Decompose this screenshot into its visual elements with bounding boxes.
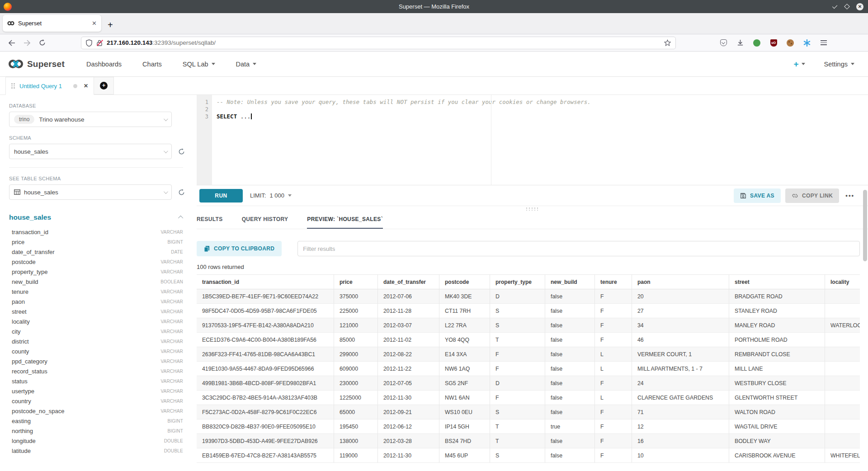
cell-date-of-transfer: 2012-06-12	[378, 419, 439, 434]
insecure-lock-icon[interactable]	[97, 40, 102, 46]
downloads-icon[interactable]	[736, 39, 744, 47]
cell-paon: 16	[632, 434, 729, 448]
cell-tenure: L	[595, 362, 632, 376]
nav-sql-lab[interactable]: SQL Lab	[183, 61, 215, 68]
cell-paon: 27	[632, 304, 729, 318]
table-row[interactable]: 91370533-19F5-47FE-B142-A380A8ADA210 121…	[197, 318, 860, 333]
ublock-icon[interactable]: uO	[769, 39, 778, 47]
sql-editor[interactable]: 123 -- Note: Unless you save your query,…	[197, 95, 868, 185]
header-cell[interactable]: transaction_id	[197, 275, 334, 289]
tab-results[interactable]: RESULTS	[197, 214, 223, 229]
new-item-button[interactable]: +	[793, 59, 805, 69]
table-row[interactable]: EB1459EB-67ED-47C8-B2E7-A38143AB5575 119…	[197, 448, 860, 463]
header-cell[interactable]: new_build	[545, 275, 595, 289]
header-cell[interactable]: locality	[825, 275, 860, 289]
table-row[interactable]: BB8320C9-D82B-4B37-90E0-9FEE05095E10 195…	[197, 419, 860, 434]
header-cell[interactable]: tenure	[595, 275, 632, 289]
header-cell[interactable]: postcode	[439, 275, 490, 289]
column-name: postcode_no_space	[12, 408, 64, 414]
tracking-shield-icon[interactable]	[86, 39, 92, 47]
window-minimize-icon[interactable]	[832, 3, 837, 8]
superset-navbar: Superset Dashboards Charts SQL Lab Data …	[0, 52, 868, 77]
table-row[interactable]: 3C3C29DC-B7B2-4BE5-914A-A38123AF403B 122…	[197, 391, 860, 405]
browser-tab-superset[interactable]: Superset ✕	[3, 15, 101, 32]
editor-code-area[interactable]: -- Note: Unless you save your query, the…	[212, 95, 868, 185]
consent-extension-icon[interactable]	[803, 39, 811, 47]
header-cell[interactable]: price	[334, 275, 378, 289]
column-type: VARCHAR	[160, 299, 183, 304]
tab-query-history[interactable]: QUERY HISTORY	[242, 214, 288, 229]
screen: Superset — Mozilla Firefox ✕ Superset ✕ …	[0, 0, 868, 471]
new-tab-button[interactable]: +	[108, 20, 113, 29]
schema-select[interactable]: house_sales	[9, 144, 172, 159]
run-button[interactable]: RUN	[199, 189, 243, 203]
nav-dashboards[interactable]: Dashboards	[86, 61, 122, 68]
cell-tenure: F	[595, 434, 632, 448]
collapse-chevron-up-icon[interactable]	[178, 216, 183, 221]
header-cell[interactable]: property_type	[490, 275, 545, 289]
nav-charts[interactable]: Charts	[142, 61, 162, 68]
superset-brand[interactable]: Superset	[8, 59, 65, 69]
copy-link-button[interactable]: COPY LINK	[785, 188, 839, 203]
more-options-button[interactable]: •••	[845, 192, 854, 199]
table-row[interactable]: 499B1981-3B6B-4BCD-808F-9FED9802BFA1 230…	[197, 376, 860, 391]
table-row[interactable]: F5C273AC-0D2A-458F-8279-9C61F0C22EC6 650…	[197, 405, 860, 419]
table-row[interactable]: 419E1030-9A55-4467-8DA9-9FED95D65966 609…	[197, 362, 860, 376]
cell-property-type: S	[490, 304, 545, 318]
refresh-schema-icon[interactable]	[178, 148, 185, 155]
schema-value: house_sales	[14, 148, 48, 155]
cell-tenure: F	[595, 376, 632, 391]
table-row[interactable]: 98F5DC47-0D05-4D59-95B7-98CA6F1FDE05 225…	[197, 304, 860, 318]
forward-icon[interactable]	[24, 40, 31, 46]
page-scrollbar[interactable]	[863, 190, 867, 261]
window-maximize-icon[interactable]	[844, 4, 850, 9]
url-input[interactable]: 217.160.120.143:32393/superset/sqllab/	[81, 37, 676, 49]
cell-locality	[825, 289, 860, 304]
table-row[interactable]: ECE1D376-C9A6-4C00-B004-A380B189FA56 850…	[197, 333, 860, 347]
settings-menu[interactable]: Settings	[824, 61, 854, 68]
cell-paon: 24	[632, 376, 729, 391]
pane-resize-grip[interactable]	[526, 207, 539, 211]
back-icon[interactable]	[8, 40, 15, 46]
table-row[interactable]: 1B5C39ED-BE7F-41EF-9E71-9C60EED74A22 375…	[197, 289, 860, 304]
table-select[interactable]: house_sales	[9, 184, 172, 200]
save-as-button[interactable]: SAVE AS	[734, 188, 781, 203]
header-cell[interactable]: date_of_transfer	[378, 275, 439, 289]
reload-icon[interactable]	[39, 39, 46, 46]
cookie-extension-icon[interactable]	[786, 39, 794, 47]
filter-results-input[interactable]	[297, 241, 860, 256]
table-title[interactable]: house_sales	[9, 213, 51, 221]
refresh-table-icon[interactable]	[178, 189, 185, 196]
table-row[interactable]: 2636F323-FF41-4765-81DB-98CAA6A43BC1 299…	[197, 347, 860, 362]
menu-hamburger-icon[interactable]	[820, 39, 828, 47]
database-select[interactable]: trino Trino warehouse	[9, 112, 172, 127]
pocket-icon[interactable]	[719, 39, 727, 47]
cell-transaction-id: 499B1981-3B6B-4BCD-808F-9FED9802BFA1	[197, 376, 334, 391]
column-type: BOOLEAN	[160, 279, 183, 284]
add-query-tab-button[interactable]: +	[94, 77, 114, 94]
limit-dropdown[interactable]: LIMIT: 1 000	[250, 192, 292, 199]
cell-paon: 10	[632, 448, 729, 463]
nav-data[interactable]: Data	[236, 61, 257, 68]
header-cell[interactable]: street	[729, 275, 825, 289]
query-tab-active[interactable]: Untitled Query 1 ✕	[5, 77, 94, 95]
header-cell[interactable]: paon	[632, 275, 729, 289]
cell-street: MANLEY ROAD	[729, 318, 825, 333]
drag-handle-icon[interactable]	[11, 83, 15, 89]
cell-new-build: true	[545, 419, 595, 434]
window-close-icon[interactable]: ✕	[856, 3, 863, 10]
bookmark-star-icon[interactable]	[664, 39, 671, 46]
limit-label: LIMIT:	[250, 192, 266, 199]
table-row[interactable]: 193907D3-5DBD-453D-A49E-9FEE27DAB926 138…	[197, 434, 860, 448]
database-value: Trino warehouse	[39, 116, 84, 123]
browser-tab-close-icon[interactable]: ✕	[92, 20, 97, 27]
query-tab-close-icon[interactable]: ✕	[84, 83, 88, 89]
column-name: street	[12, 308, 27, 315]
privacy-badger-icon[interactable]	[753, 39, 761, 47]
chevron-down-icon	[164, 117, 168, 121]
tab-preview-house-sales[interactable]: PREVIEW: `HOUSE_SALES`	[307, 214, 383, 229]
cell-street: BRADGATE ROAD	[729, 289, 825, 304]
copy-to-clipboard-button[interactable]: COPY TO CLIPBOARD	[197, 241, 282, 256]
cell-transaction-id: EB1459EB-67ED-47C8-B2E7-A38143AB5575	[197, 448, 334, 463]
column-row: paon VARCHAR	[9, 297, 183, 306]
